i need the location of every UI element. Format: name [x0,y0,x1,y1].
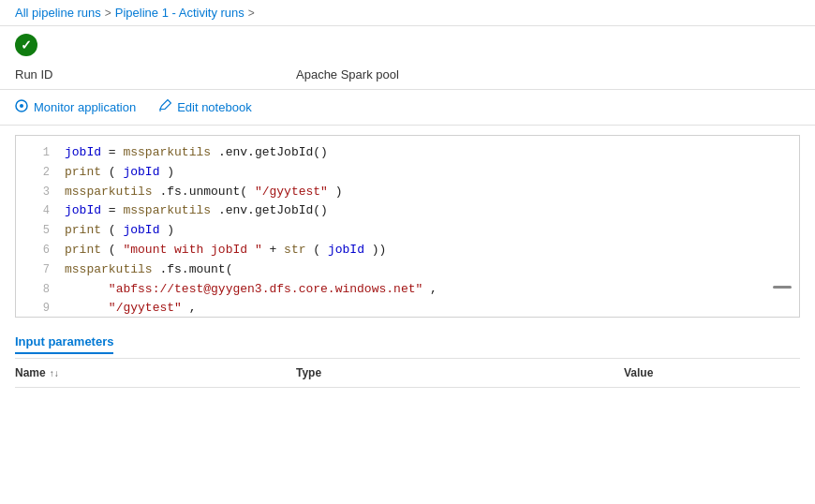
breadcrumb-sep-1: > [105,7,111,20]
breadcrumb-link-all-runs[interactable]: All pipeline runs [15,6,101,20]
code-line-4: 4 jobId = mssparkutils .env.getJobId() [16,201,799,221]
svg-point-1 [20,104,23,108]
input-params-tab[interactable]: Input parameters [15,334,113,354]
sort-icon[interactable]: ↑↓ [50,368,59,378]
edit-notebook-label: Edit notebook [177,100,252,114]
status-row: ✓ [0,26,815,64]
code-panel: 1 jobId = mssparkutils .env.getJobId() 2… [15,135,800,318]
breadcrumb-sep-2: > [248,7,255,20]
scrollbar-indicator [773,286,792,289]
monitor-application-button[interactable]: Monitor application [15,99,136,115]
columns-row: Run ID Apache Spark pool [0,64,815,90]
col-name-header: Name ↑↓ [15,366,296,379]
breadcrumb-link-pipeline1[interactable]: Pipeline 1 - Activity runs [115,6,244,20]
code-line-5: 5 print ( jobId ) [16,221,799,241]
params-table-header: Name ↑↓ Type Value [15,358,800,388]
col-run-id-header: Run ID [15,67,296,82]
code-line-9: 9 "/gyytest" , [16,299,799,318]
col-value-header: Value [624,366,653,379]
success-icon: ✓ [15,34,37,56]
code-line-7: 7 mssparkutils .fs.mount( [16,260,799,280]
edit-notebook-button[interactable]: Edit notebook [158,99,252,115]
code-line-6: 6 print ( "mount with jobId " + str ( jo… [16,241,799,260]
monitor-icon [15,99,28,115]
col-spark-pool-header: Apache Spark pool [296,67,399,82]
col-type-header: Type [296,366,624,379]
actions-row: Monitor application Edit notebook [0,90,815,126]
breadcrumb: All pipeline runs > Pipeline 1 - Activit… [0,0,815,26]
code-line-8: 8 "abfss://test@gyygen3.dfs.core.windows… [16,280,799,300]
code-line-3: 3 mssparkutils .fs.unmount( "/gyytest" ) [16,183,799,202]
code-line-2: 2 print ( jobId ) [16,163,799,183]
edit-pencil-icon [158,99,171,115]
code-content: 1 jobId = mssparkutils .env.getJobId() 2… [16,136,799,318]
input-params-section: Input parameters Name ↑↓ Type Value [0,327,815,388]
code-line-1: 1 jobId = mssparkutils .env.getJobId() [16,143,799,163]
monitor-application-label: Monitor application [34,100,136,114]
